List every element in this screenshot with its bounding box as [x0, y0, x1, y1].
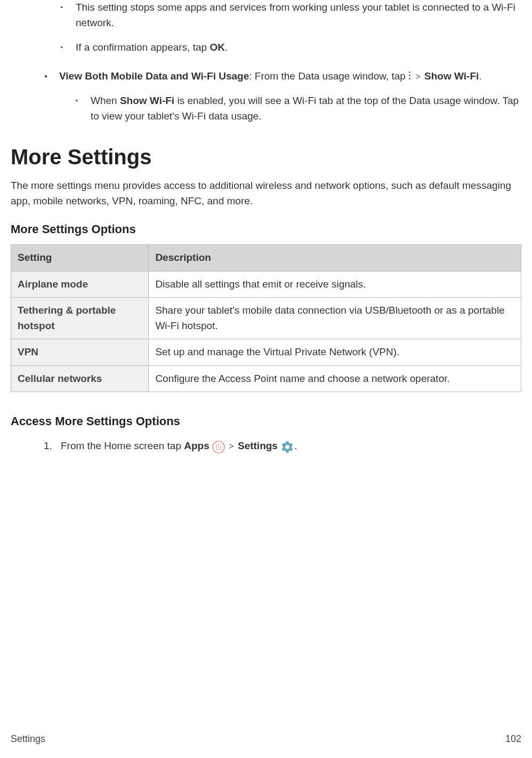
setting-desc-cell: Disable all settings that emit or receiv… [149, 271, 521, 298]
apps-icon [212, 439, 225, 454]
sub-bullet-item: If a confirmation appears, tap OK. [61, 40, 521, 55]
chevron-right-text: > [229, 442, 233, 451]
footer-section-name: Settings [11, 732, 45, 746]
table-row: VPN Set up and manage the Virtual Privat… [11, 339, 521, 366]
setting-desc-cell: Share your tablet's mobile data connecti… [149, 298, 521, 339]
view-both-rest: : From the Data usage window, tap [249, 70, 408, 82]
nested-sub-list: When Show Wi-Fi is enabled, you will see… [26, 93, 521, 124]
svg-point-9 [220, 449, 221, 450]
step-text-post: . [294, 440, 297, 451]
bullet-text: If a confirmation appears, tap [76, 42, 209, 53]
svg-point-5 [218, 446, 219, 448]
setting-name-cell: Tethering & portable hotspot [11, 298, 149, 339]
svg-point-1 [216, 444, 217, 445]
step-text-pre: From the Home screen tap [61, 440, 184, 451]
show-wifi-label: Show Wi-Fi [424, 70, 479, 82]
sub-bullet-item: When Show Wi-Fi is enabled, you will see… [76, 93, 521, 124]
table-header-description: Description [149, 245, 521, 272]
main-bullet-list: View Both Mobile Data and Wi-Fi Usage: F… [11, 69, 521, 124]
show-wifi-bold: Show Wi-Fi [120, 95, 174, 106]
view-both-lead: View Both Mobile Data and Wi-Fi Usage [59, 70, 249, 82]
section-heading-access: Access More Settings Options [11, 412, 521, 430]
more-settings-table: Setting Description Airplane mode Disabl… [11, 244, 521, 392]
svg-point-4 [216, 446, 217, 448]
bullet-text: This setting stops some apps and service… [76, 2, 515, 28]
page-heading: More Settings [11, 141, 521, 173]
table-header-setting: Setting [11, 245, 149, 272]
access-steps-list: 1. From the Home screen tap Apps > Setti… [11, 438, 521, 454]
step-item: 1. From the Home screen tap Apps > Setti… [44, 438, 521, 454]
more-vert-icon [408, 71, 412, 81]
setting-desc-cell: Set up and manage the Virtual Private Ne… [149, 339, 521, 366]
table-row: Tethering & portable hotspot Share your … [11, 298, 521, 339]
svg-point-8 [218, 449, 219, 450]
page-number: 102 [505, 732, 521, 746]
svg-point-2 [218, 444, 219, 445]
setting-name-cell: VPN [11, 339, 149, 366]
gear-icon [280, 439, 294, 454]
sub-bullet-item: This setting stops some apps and service… [61, 0, 521, 30]
sub-text-pre: When [91, 95, 120, 106]
ok-label: OK [209, 42, 225, 53]
svg-point-6 [220, 446, 221, 448]
chevron-right-text: > [415, 72, 420, 81]
apps-label: Apps [184, 440, 209, 451]
table-row: Cellular networks Configure the Access P… [11, 365, 521, 392]
svg-point-7 [216, 449, 217, 450]
page-footer: Settings 102 [11, 732, 521, 746]
intro-paragraph: The more settings menu provides access t… [11, 178, 521, 209]
setting-name-cell: Airplane mode [11, 271, 149, 298]
settings-label: Settings [238, 440, 278, 451]
sub-bullet-list-top: This setting stops some apps and service… [11, 0, 521, 55]
table-row: Airplane mode Disable all settings that … [11, 271, 521, 298]
setting-name-cell: Cellular networks [11, 365, 149, 392]
step-number: 1. [44, 438, 52, 454]
svg-point-3 [220, 444, 221, 445]
view-both-bullet: View Both Mobile Data and Wi-Fi Usage: F… [44, 69, 521, 124]
setting-desc-cell: Configure the Access Point name and choo… [149, 365, 521, 392]
section-heading-options: More Settings Options [11, 220, 521, 238]
